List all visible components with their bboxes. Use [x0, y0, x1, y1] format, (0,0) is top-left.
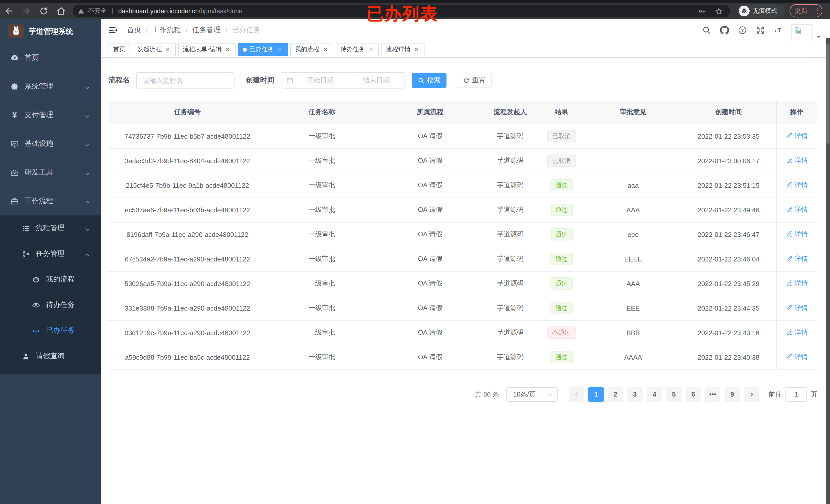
cell-starter: 芋道源码	[483, 148, 538, 173]
breadcrumb-task-mgmt[interactable]: 任务管理	[192, 26, 221, 35]
tab-3[interactable]: 已办任务×	[238, 43, 288, 56]
pagination-total: 共 86 条	[475, 390, 499, 399]
reset-button[interactable]: 重置	[457, 73, 491, 88]
tab-close-icon[interactable]: ×	[277, 46, 283, 53]
prev-page-button[interactable]	[569, 387, 584, 401]
edit-pen-icon	[786, 133, 793, 139]
detail-link[interactable]: 详情	[786, 205, 808, 214]
cell-comment	[585, 124, 681, 148]
cell-process: OA 请假	[377, 320, 483, 345]
detail-link[interactable]: 详情	[786, 328, 808, 337]
tab-close-icon[interactable]: ×	[368, 46, 374, 53]
table-header-row: 任务编号任务名称所属流程流程发起人结果审批意见创建时间操作	[108, 101, 817, 124]
page-size-select[interactable]: 10条/页	[506, 387, 557, 401]
detail-link[interactable]: 详情	[786, 180, 808, 190]
back-icon[interactable]	[4, 6, 14, 16]
sidebar-item-8[interactable]: 我的流程	[0, 267, 101, 292]
page-button-5[interactable]: 5	[666, 387, 681, 401]
sidebar-item-6[interactable]: 流程管理	[0, 215, 101, 241]
sidebar-menu-root: 首页系统管理¥支付管理基础设施研发工具工作流程	[0, 43, 101, 215]
detail-link[interactable]: 详情	[786, 254, 808, 264]
detail-link[interactable]: 详情	[786, 156, 808, 165]
cell-task-name: 一级审批	[266, 271, 377, 296]
search-icon[interactable]	[702, 26, 711, 35]
result-tag: 通过	[550, 277, 573, 290]
tab-5[interactable]: 待办任务×	[336, 43, 379, 56]
tab-close-icon[interactable]: ×	[224, 46, 231, 53]
sidebar-item-7[interactable]: 任务管理	[0, 241, 101, 267]
page-button-9[interactable]: 9	[725, 387, 740, 401]
sidebar-item-10[interactable]: 已办任务	[0, 318, 101, 343]
next-page-button[interactable]	[744, 387, 759, 401]
cell-comment: EEEE	[585, 247, 681, 271]
bookmark-star-icon[interactable]	[715, 7, 723, 15]
cell-result: 通过	[538, 271, 585, 296]
detail-link[interactable]: 详情	[786, 279, 808, 288]
breadcrumb: 首页 / 工作流程 / 任务管理 / 已办任务	[127, 26, 261, 35]
page-button-6[interactable]: 6	[685, 387, 701, 401]
detail-link[interactable]: 详情	[786, 303, 808, 313]
search-button[interactable]: 搜索	[412, 73, 446, 88]
tab-4[interactable]: 我的流程×	[290, 43, 333, 56]
sidebar-item-3[interactable]: 基础设施	[0, 130, 101, 158]
security-label[interactable]: 不安全	[88, 7, 106, 15]
table-row-1: 3adac3d2-7b9d-11ec-8404-acde48001122 一级审…	[108, 148, 817, 173]
cell-actions: 详情	[776, 345, 817, 369]
home-icon[interactable]	[56, 6, 66, 16]
page-button-1[interactable]: 1	[588, 387, 604, 401]
sidebar-item-5[interactable]: 工作流程	[0, 187, 101, 215]
tab-0[interactable]: 首页	[108, 43, 130, 56]
security-warning-icon[interactable]	[78, 8, 85, 14]
password-key-icon[interactable]	[698, 7, 706, 15]
tab-1[interactable]: 发起流程×	[133, 43, 175, 56]
reload-icon[interactable]	[39, 6, 49, 16]
sidebar-item-11[interactable]: 请假查询	[0, 343, 101, 369]
font-size-icon[interactable]: TT	[774, 26, 783, 35]
tab-close-icon[interactable]: ×	[413, 46, 420, 53]
chevron-down-icon	[547, 392, 553, 397]
tab-close-icon[interactable]: ×	[164, 46, 171, 53]
tab-close-icon[interactable]: ×	[322, 46, 329, 53]
fullscreen-icon[interactable]	[756, 26, 765, 35]
browser-menu-icon[interactable]	[817, 8, 818, 14]
process-name-input[interactable]	[136, 72, 234, 89]
calendar-icon	[286, 77, 293, 84]
sidebar-item-2[interactable]: ¥支付管理	[0, 101, 101, 130]
scrollbar-thumb[interactable]	[826, 44, 829, 144]
github-icon[interactable]	[720, 26, 729, 35]
window-scrollbar[interactable]	[826, 38, 830, 504]
create-time-label: 创建时间	[246, 76, 275, 85]
page-button-4[interactable]: 4	[647, 387, 662, 401]
table-row-4: 8196daff-7b9a-11ec-a290-acde48001122 一级审…	[108, 222, 817, 247]
sidebar-item-1[interactable]: 系统管理	[0, 72, 101, 101]
forward-icon[interactable]	[22, 6, 31, 16]
sidebar-item-4[interactable]: 研发工具	[0, 158, 101, 187]
sidebar-item-9[interactable]: 待办任务	[0, 292, 101, 318]
avatar-caret-icon[interactable]	[816, 33, 822, 39]
goto-page-input[interactable]	[786, 387, 807, 401]
sidebar-item-0[interactable]: 首页	[0, 43, 101, 72]
tab-2[interactable]: 流程表单-编辑×	[178, 43, 235, 56]
url-text[interactable]: dashboard.yudao.iocoder.cn/bpm/task/done	[118, 7, 243, 14]
refresh-icon	[463, 77, 470, 83]
face-icon	[32, 275, 40, 284]
page-button-3[interactable]: 3	[627, 387, 643, 401]
breadcrumb-home[interactable]: 首页	[127, 26, 141, 35]
browser-update-button[interactable]: 更新	[790, 4, 822, 18]
pager-ellipsis[interactable]: •••	[705, 387, 721, 401]
detail-link[interactable]: 详情	[786, 230, 808, 239]
page-button-2[interactable]: 2	[608, 387, 623, 401]
edit-pen-icon	[786, 256, 793, 262]
breadcrumb-workflow[interactable]: 工作流程	[152, 26, 181, 35]
date-range-input[interactable]: 开始日期 - 结束日期	[281, 72, 405, 89]
cell-actions: 详情	[776, 296, 817, 320]
tab-6[interactable]: 流程详情×	[381, 43, 424, 56]
sidebar-fold-icon[interactable]	[108, 26, 118, 35]
detail-link[interactable]: 详情	[786, 132, 808, 141]
help-icon[interactable]: ?	[738, 26, 747, 35]
table-row-6: 53026aa5-7b9a-11ec-a290-acde48001122 一级审…	[108, 271, 817, 296]
result-tag: 通过	[550, 204, 573, 216]
detail-link[interactable]: 详情	[786, 352, 808, 362]
result-tag: 已取消	[547, 130, 576, 142]
url-divider	[112, 8, 113, 14]
